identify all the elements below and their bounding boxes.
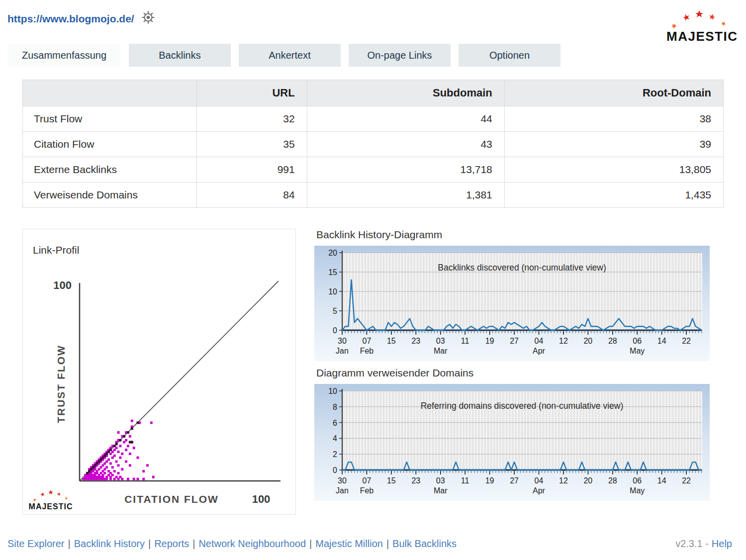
svg-text:14: 14 [657, 337, 666, 345]
svg-text:Apr: Apr [533, 486, 546, 495]
footer: Site Explorer|Backlink History|Reports|N… [7, 538, 732, 550]
svg-text:Jan: Jan [336, 347, 349, 355]
svg-text:22: 22 [682, 476, 691, 485]
svg-text:14: 14 [657, 476, 666, 485]
majestic-logo-text: MAJESTIC [666, 29, 732, 44]
cell-subdomain: 43 [307, 132, 504, 157]
svg-text:100: 100 [53, 279, 72, 291]
svg-text:20: 20 [328, 249, 337, 257]
cell-root: 1,435 [504, 183, 723, 208]
summary-header-root-domain: Root-Domain [504, 80, 723, 106]
svg-text:TRUST FLOW: TRUST FLOW [55, 345, 67, 423]
row-label: Externe Backlinks [23, 157, 197, 183]
tab-backlinks[interactable]: Backlinks [129, 44, 231, 67]
majestic-logo-small: MAJESTIC [28, 488, 74, 511]
row-label: Trust Flow [23, 106, 197, 132]
separator: | [306, 538, 315, 549]
svg-text:5: 5 [333, 307, 337, 315]
cell-root: 38 [504, 106, 723, 132]
cell-subdomain: 1,381 [307, 183, 504, 208]
backlink-history-heading: Backlink History-Diagramm [316, 229, 708, 241]
version-label: v2.3.1 - [675, 538, 709, 549]
svg-text:May: May [630, 347, 645, 355]
svg-text:Jan: Jan [336, 486, 349, 495]
separator: | [145, 538, 154, 549]
cell-url: 991 [197, 157, 307, 183]
svg-text:6: 6 [333, 419, 337, 427]
helm-settings-icon[interactable] [141, 10, 155, 24]
cell-root: 39 [504, 132, 723, 157]
svg-text:11: 11 [461, 476, 469, 485]
table-row: Citation Flow 35 43 39 [23, 132, 724, 157]
majestic-extension-popup: https://www.blogmojo.de/ MAJESTIC [0, 0, 746, 560]
majestic-stars-icon [667, 8, 732, 30]
svg-text:Feb: Feb [360, 486, 374, 495]
svg-text:20: 20 [583, 476, 592, 485]
tab-ankertext[interactable]: Ankertext [239, 44, 341, 67]
svg-text:10: 10 [328, 387, 337, 395]
svg-text:0: 0 [333, 326, 337, 335]
link-bulk-backlinks[interactable]: Bulk Backlinks [392, 538, 457, 549]
summary-header-url: URL [197, 80, 307, 106]
tab-zusammenfassung[interactable]: Zusammenfassung [7, 44, 121, 67]
svg-text:Referring domains discovered (: Referring domains discovered (non-cumula… [421, 401, 624, 411]
link-backlink-history[interactable]: Backlink History [74, 538, 145, 549]
svg-text:28: 28 [608, 476, 617, 485]
svg-text:4: 4 [333, 434, 337, 443]
help-link[interactable]: Help [712, 538, 732, 549]
table-row: Trust Flow 32 44 38 [23, 106, 724, 132]
svg-text:11: 11 [461, 337, 469, 345]
svg-text:27: 27 [510, 337, 519, 345]
svg-text:22: 22 [682, 337, 691, 345]
separator: | [65, 538, 74, 549]
separator: | [383, 538, 392, 549]
link-profile-panel: Link-Profil 100TRUST FLOWCITATION FLOW10… [22, 229, 296, 515]
analyzed-url-link[interactable]: https://www.blogmojo.de/ [7, 13, 134, 25]
svg-text:06: 06 [633, 476, 642, 485]
link-site-explorer[interactable]: Site Explorer [7, 538, 65, 549]
link-profile-title: Link-Profil [33, 244, 79, 256]
separator: | [189, 538, 198, 549]
link-reports[interactable]: Reports [154, 538, 189, 549]
cell-subdomain: 13,718 [307, 157, 504, 183]
svg-text:100: 100 [252, 493, 271, 505]
svg-text:23: 23 [411, 476, 420, 485]
svg-text:03: 03 [436, 476, 445, 485]
cell-url: 35 [197, 132, 307, 157]
summary-header-empty [23, 80, 197, 106]
svg-text:19: 19 [485, 337, 494, 345]
tab-optionen[interactable]: Optionen [459, 44, 560, 67]
tab-on-page-links[interactable]: On-page Links [349, 44, 451, 67]
svg-text:15: 15 [387, 337, 396, 345]
svg-text:30: 30 [338, 476, 347, 485]
link-profile-scatter-chart: 100TRUST FLOWCITATION FLOW100 [30, 257, 288, 508]
link-majestic-million[interactable]: Majestic Million [315, 538, 383, 549]
svg-text:07: 07 [363, 337, 372, 345]
svg-text:8: 8 [333, 403, 337, 411]
majestic-logo-text: MAJESTIC [28, 502, 74, 511]
svg-text:15: 15 [387, 476, 396, 485]
svg-text:06: 06 [633, 337, 642, 345]
summary-header-row: URL Subdomain Root-Domain [23, 80, 724, 106]
svg-text:30: 30 [338, 337, 347, 345]
majestic-logo: MAJESTIC [666, 8, 732, 44]
svg-text:27: 27 [510, 476, 519, 485]
svg-text:03: 03 [436, 337, 445, 345]
topbar: https://www.blogmojo.de/ [7, 13, 155, 25]
link-network-neighbourhood[interactable]: Network Neighbourhood [198, 538, 306, 549]
svg-text:0: 0 [333, 466, 337, 474]
svg-text:20: 20 [583, 337, 592, 345]
svg-text:15: 15 [328, 268, 337, 277]
svg-text:CITATION FLOW: CITATION FLOW [124, 493, 219, 505]
history-charts-column: Backlink History-Diagramm 0510152030Jan0… [314, 229, 710, 503]
cell-root: 13,805 [504, 157, 723, 183]
cell-url: 84 [197, 183, 307, 208]
svg-text:Mar: Mar [434, 347, 448, 355]
referring-domains-heading: Diagramm verweisender Domains [316, 367, 708, 379]
svg-text:Mar: Mar [434, 486, 448, 495]
cell-url: 32 [197, 106, 307, 132]
svg-text:19: 19 [485, 476, 494, 485]
svg-text:12: 12 [559, 337, 568, 345]
svg-text:Feb: Feb [360, 347, 374, 355]
summary-table: URL Subdomain Root-Domain Trust Flow 32 … [22, 80, 724, 208]
